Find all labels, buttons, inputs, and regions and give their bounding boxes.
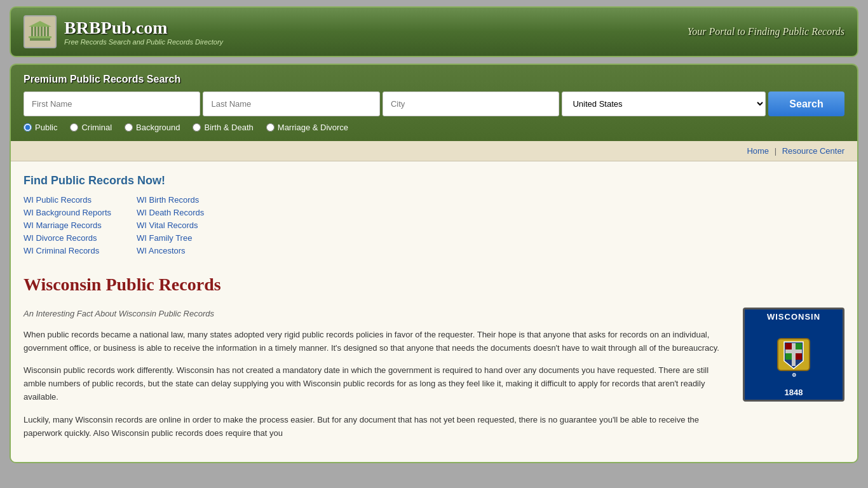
link-wi-marriage[interactable]: WI Marriage Records [24, 220, 111, 230]
fact-intro: An Interesting Fact About Wisconsin Publ… [24, 308, 724, 321]
svg-rect-5 [41, 27, 43, 36]
content-text: An Interesting Fact About Wisconsin Publ… [24, 308, 724, 449]
state-flag-box: WISCONSIN [743, 308, 844, 402]
radio-birth-death[interactable]: Birth & Death [193, 123, 253, 132]
search-radio-group: Public Criminal Background Birth & Death… [24, 123, 844, 132]
svg-rect-3 [34, 27, 36, 36]
content-with-flag: An Interesting Fact About Wisconsin Publ… [24, 308, 844, 449]
main-container: Premium Public Records Search United Sta… [10, 64, 858, 463]
link-wi-divorce[interactable]: WI Divorce Records [24, 233, 111, 243]
svg-rect-7 [47, 27, 49, 36]
svg-rect-2 [31, 27, 33, 36]
svg-rect-11 [792, 343, 796, 366]
link-wi-background[interactable]: WI Background Reports [24, 208, 111, 217]
content-area: Find Public Records Now! WI Public Recor… [11, 161, 857, 462]
svg-rect-16 [796, 353, 802, 360]
first-name-input[interactable] [24, 92, 200, 116]
svg-rect-14 [796, 343, 802, 349]
find-records-title: Find Public Records Now! [24, 174, 844, 187]
logo-text: BRBPub.com Free Records Search and Publi… [64, 18, 223, 46]
portal-tagline: Your Portal to Finding Public Records [688, 26, 844, 37]
last-name-input[interactable] [203, 92, 379, 116]
search-section-title: Premium Public Records Search [24, 74, 844, 85]
records-col-right: WI Birth Records WI Death Records WI Vit… [137, 195, 204, 255]
page-title: Wisconsin Public Records [24, 274, 844, 295]
svg-marker-8 [29, 21, 51, 27]
svg-rect-4 [37, 27, 39, 36]
radio-background[interactable]: Background [125, 123, 180, 132]
records-col-left: WI Public Records WI Background Reports … [24, 195, 111, 255]
link-wi-vital[interactable]: WI Vital Records [137, 220, 204, 230]
logo-area: BRBPub.com Free Records Search and Publi… [24, 15, 223, 48]
svg-rect-1 [29, 36, 51, 38]
paragraph-2: Wisconsin public records work differentl… [24, 364, 724, 403]
flag-image: ⚙ [745, 324, 843, 385]
radio-public[interactable]: Public [24, 123, 57, 132]
country-select[interactable]: United States Canada United Kingdom Aust… [562, 92, 766, 116]
flag-year: 1848 [745, 385, 843, 400]
city-input[interactable] [383, 92, 559, 116]
breadcrumb-bar: Home | Resource Center [11, 141, 857, 161]
svg-rect-12 [785, 349, 802, 353]
link-wi-criminal[interactable]: WI Criminal Records [24, 246, 111, 255]
svg-rect-15 [785, 353, 792, 360]
link-wi-family[interactable]: WI Family Tree [137, 233, 204, 243]
link-wi-ancestors[interactable]: WI Ancestors [137, 246, 204, 255]
svg-rect-13 [785, 343, 792, 349]
search-button[interactable]: Search [768, 92, 844, 116]
breadcrumb-separator: | [775, 146, 776, 156]
svg-text:⚙: ⚙ [792, 372, 796, 378]
svg-rect-6 [44, 27, 46, 36]
radio-criminal[interactable]: Criminal [70, 123, 112, 132]
link-wi-death[interactable]: WI Death Records [137, 208, 204, 217]
svg-rect-0 [30, 38, 50, 41]
logo-icon [24, 15, 57, 48]
link-wi-birth[interactable]: WI Birth Records [137, 195, 204, 205]
flag-state-name: WISCONSIN [745, 309, 843, 324]
radio-marriage[interactable]: Marriage & Divorce [266, 123, 348, 132]
paragraph-3: Luckily, many Wisconsin records are onli… [24, 414, 724, 440]
site-header: BRBPub.com Free Records Search and Publi… [10, 6, 858, 57]
breadcrumb-resource[interactable]: Resource Center [782, 146, 844, 156]
paragraph-1: When public records became a national la… [24, 329, 724, 355]
link-wi-public[interactable]: WI Public Records [24, 195, 111, 205]
breadcrumb-home[interactable]: Home [747, 146, 769, 156]
site-tagline: Free Records Search and Public Records D… [64, 38, 223, 46]
search-inputs: United States Canada United Kingdom Aust… [24, 92, 844, 116]
site-name: BRBPub.com [64, 18, 223, 38]
search-section: Premium Public Records Search United Sta… [11, 65, 857, 141]
records-links: WI Public Records WI Background Reports … [24, 195, 844, 255]
